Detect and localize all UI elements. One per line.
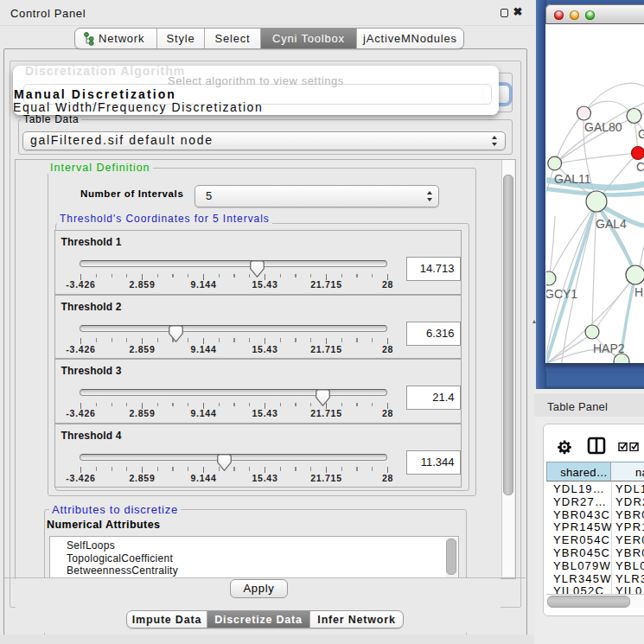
svg-text:GAL11: GAL11 [554, 172, 591, 186]
svg-text:C: C [636, 160, 644, 174]
svg-text:HAP2: HAP2 [593, 341, 625, 355]
svg-text:GAL4: GAL4 [596, 217, 627, 231]
svg-text:GCY1: GCY1 [546, 287, 577, 301]
svg-text:GA: GA [638, 127, 644, 141]
svg-text:GAL80: GAL80 [584, 120, 622, 134]
svg-text:H: H [634, 285, 643, 299]
